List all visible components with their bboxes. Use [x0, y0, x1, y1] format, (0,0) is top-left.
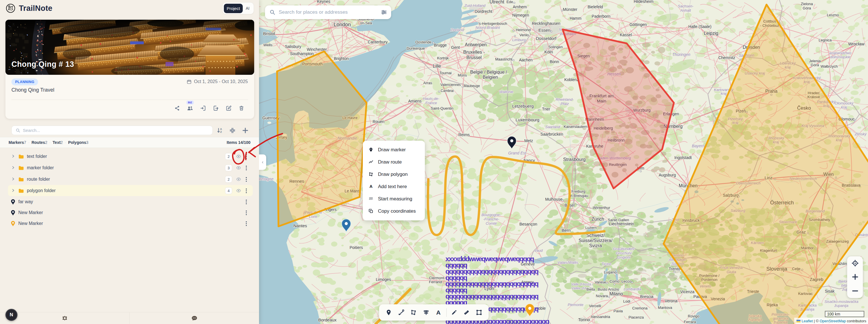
svg-text:Sisak: Sisak: [825, 289, 835, 293]
svg-text:France: France: [426, 101, 437, 105]
svg-text:kraj: kraj: [841, 105, 847, 109]
svg-text:Graubünden/: Graubünden/: [613, 247, 635, 251]
svg-text:Tournai: Tournai: [439, 71, 452, 75]
svg-text:Reims: Reims: [458, 133, 470, 137]
svg-text:Bruxelles -: Bruxelles -: [463, 50, 485, 55]
svg-text:Clermont-: Clermont-: [429, 276, 445, 280]
svg-text:Lombardia: Lombardia: [624, 287, 641, 291]
svg-text:Ferrara: Ferrara: [684, 320, 696, 324]
svg-text:Paderborn: Paderborn: [592, 14, 610, 19]
svg-text:województwo: województwo: [829, 51, 851, 55]
svg-text:Dordrecht: Dordrecht: [474, 9, 492, 14]
svg-text:Aachen: Aachen: [519, 58, 532, 62]
svg-text:Antwerpen: Antwerpen: [465, 42, 487, 47]
svg-text:Halle (Saale): Halle (Saale): [688, 24, 712, 29]
svg-text:Trier: Trier: [542, 107, 550, 111]
svg-text:Ferrand: Ferrand: [429, 280, 442, 284]
svg-text:Sisačko-moslavačka: Sisačko-moslavačka: [825, 299, 859, 304]
svg-text:Metz: Metz: [524, 139, 533, 143]
svg-text:kraj: kraj: [721, 92, 727, 96]
svg-text:Valais/Wallis: Valais/Wallis: [558, 260, 578, 265]
svg-text:Utrecht: Utrecht: [490, 0, 504, 4]
svg-text:Thüringen: Thüringen: [672, 52, 690, 57]
svg-text:Bern: Bern: [561, 228, 571, 232]
svg-text:Z: Z: [220, 131, 222, 133]
svg-text:Nantes: Nantes: [293, 223, 307, 228]
svg-text:Sachsen-: Sachsen-: [678, 4, 694, 8]
svg-text:Bourgogne-: Bourgogne-: [482, 213, 501, 217]
svg-text:Ticino: Ticino: [601, 262, 612, 266]
svg-text:Arras: Arras: [423, 81, 432, 85]
svg-text:Southampton: Southampton: [290, 51, 314, 56]
svg-text:Essen: Essen: [538, 28, 550, 33]
svg-text:Lille: Lille: [433, 64, 441, 69]
svg-text:Saint-Quentin: Saint-Quentin: [431, 106, 454, 110]
svg-text:Wallonie: Wallonie: [499, 89, 514, 94]
svg-text:Pfalz: Pfalz: [561, 102, 569, 106]
svg-text:London: London: [334, 22, 351, 27]
svg-text:županija: županija: [834, 303, 848, 308]
svg-text:Varese: Varese: [595, 280, 606, 284]
svg-text:Augsburg: Augsburg: [659, 173, 676, 177]
svg-text:Biella: Biella: [586, 287, 595, 291]
svg-text:Bristol: Bristol: [263, 31, 275, 36]
svg-text:Rheinland-: Rheinland-: [556, 97, 574, 102]
svg-text:Bretagne: Bretagne: [259, 177, 274, 181]
svg-text:Novara: Novara: [596, 294, 608, 298]
svg-text:Hamm: Hamm: [569, 16, 581, 21]
svg-text:Kassel: Kassel: [620, 33, 632, 37]
svg-text:Valle d'Aosta /: Valle d'Aosta /: [571, 282, 593, 286]
svg-text:Brussel: Brussel: [466, 55, 482, 60]
svg-text:Noord-Brabant: Noord-Brabant: [475, 26, 500, 30]
svg-text:Torino: Torino: [578, 317, 590, 322]
svg-text:Lugano: Lugano: [604, 270, 616, 274]
svg-text:Maubeuge: Maubeuge: [464, 84, 480, 88]
svg-text:Limburg: Limburg: [512, 38, 526, 42]
svg-text:Busto Arsizio: Busto Arsizio: [597, 287, 619, 291]
svg-text:Rovigo: Rovigo: [688, 314, 699, 318]
svg-text:Dunkerque: Dunkerque: [407, 46, 425, 50]
svg-text:Zuid-Holland: Zuid-Holland: [464, 3, 486, 8]
svg-text:Luzern: Luzern: [585, 225, 597, 230]
svg-text:Vicenza: Vicenza: [680, 289, 694, 294]
svg-text:Brescia: Brescia: [640, 294, 654, 299]
svg-text:Brighton: Brighton: [334, 56, 349, 61]
svg-text:Maastricht: Maastricht: [495, 57, 512, 61]
svg-text:Grand Est: Grand Est: [508, 151, 526, 155]
svg-text:Nijmegen: Nijmegen: [512, 13, 529, 17]
svg-text:Wałbrzych: Wałbrzych: [820, 64, 838, 69]
svg-text:Kaiserslautern: Kaiserslautern: [563, 124, 587, 129]
svg-text:Zlínský: Zlínský: [854, 132, 867, 136]
svg-text:Jelenia: Jelenia: [809, 59, 821, 63]
svg-text:Solingen: Solingen: [548, 45, 563, 49]
svg-text:Bordeaux: Bordeaux: [318, 317, 337, 322]
svg-text:Suisse/Svizzera/: Suisse/Svizzera/: [579, 238, 613, 243]
svg-text:Góra: Góra: [811, 63, 819, 67]
svg-text:Bielefeld: Bielefeld: [588, 5, 603, 9]
svg-text:Legnica: Legnica: [818, 38, 832, 42]
svg-text:Vaud: Vaud: [534, 248, 543, 253]
svg-text:Leszno: Leszno: [827, 13, 839, 17]
svg-text:Chemnitz: Chemnitz: [718, 56, 735, 60]
svg-text:'s-Hertogenbosch: 's-Hertogenbosch: [478, 22, 507, 26]
svg-text:dolnośląskie: dolnośląskie: [830, 55, 850, 59]
svg-text:Liechtenstein: Liechtenstein: [609, 221, 634, 226]
svg-text:Brugge: Brugge: [434, 43, 446, 47]
svg-text:Lecco: Lecco: [622, 279, 631, 284]
svg-text:Salisbury: Salisbury: [285, 44, 301, 49]
svg-text:Grigioni: Grigioni: [618, 255, 631, 259]
svg-text:im Breisgau: im Breisgau: [569, 193, 588, 198]
svg-text:Piacenza: Piacenza: [628, 315, 644, 319]
svg-text:Vercelli: Vercelli: [589, 304, 601, 308]
svg-text:Valenciennes: Valenciennes: [440, 83, 461, 87]
svg-text:Saarbrücken: Saarbrücken: [540, 132, 563, 137]
svg-text:Grischun/: Grischun/: [616, 251, 632, 255]
svg-text:Comté: Comté: [486, 221, 497, 225]
svg-text:Limoges: Limoges: [376, 277, 391, 282]
svg-text:Strasbourg: Strasbourg: [563, 157, 586, 162]
svg-text:Gent: Gent: [451, 45, 460, 50]
svg-text:Hildesheim: Hildesheim: [633, 0, 653, 4]
svg-text:Verona: Verona: [665, 298, 678, 303]
svg-text:Rouen: Rouen: [373, 119, 384, 124]
svg-text:Venlo: Venlo: [520, 33, 529, 37]
